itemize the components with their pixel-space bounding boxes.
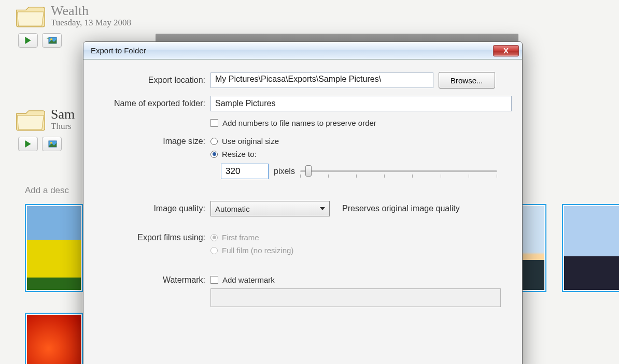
add-numbers-checkbox[interactable] xyxy=(210,119,218,127)
folder-title: Wealth xyxy=(51,4,131,18)
folder-header-sample: Sam Thurs xyxy=(16,104,75,151)
image-quality-select[interactable]: Automatic xyxy=(210,201,330,216)
export-location-label: Export location: xyxy=(94,76,205,85)
chevron-down-icon xyxy=(320,207,325,210)
image-size-label: Image size: xyxy=(94,137,205,146)
resize-slider[interactable] xyxy=(300,165,497,178)
description-placeholder[interactable]: Add a desc xyxy=(25,185,69,196)
svg-text:+: + xyxy=(47,37,49,41)
thumbnail[interactable] xyxy=(562,204,619,292)
close-button[interactable]: X xyxy=(493,45,519,56)
close-icon: X xyxy=(503,46,509,55)
thumbnail[interactable] xyxy=(25,313,83,364)
thumbnail-row xyxy=(25,204,83,292)
add-watermark-label: Add watermark xyxy=(222,275,275,284)
folder-name-label: Name of exported folder: xyxy=(94,99,205,108)
play-button[interactable] xyxy=(18,137,38,151)
export-films-label: Export films using: xyxy=(94,233,205,242)
first-frame-label: First frame xyxy=(222,233,259,242)
thumbnail-row xyxy=(25,313,83,364)
thumbnail[interactable] xyxy=(25,204,83,292)
folder-date: Thurs xyxy=(51,121,75,132)
dialog-titlebar[interactable]: Export to Folder X xyxy=(83,42,522,60)
folder-name-input[interactable] xyxy=(210,96,512,111)
use-original-label: Use original size xyxy=(222,137,279,145)
svg-point-4 xyxy=(50,142,52,144)
full-film-radio xyxy=(210,247,218,254)
add-photo-button[interactable] xyxy=(42,137,62,151)
quality-note: Preserves original image quality xyxy=(342,204,460,213)
resize-to-label: Resize to: xyxy=(222,150,257,158)
folder-icon xyxy=(16,108,46,133)
add-photo-button[interactable]: + xyxy=(42,33,62,48)
export-location-field[interactable]: My Pictures\Picasa\Exports\Sample Pictur… xyxy=(210,72,433,88)
add-watermark-checkbox[interactable] xyxy=(210,276,218,284)
folder-icon xyxy=(16,4,46,29)
full-film-label: Full film (no resizing) xyxy=(222,246,293,255)
use-original-radio[interactable] xyxy=(210,138,218,145)
watermark-label: Watermark: xyxy=(94,275,205,285)
first-frame-radio xyxy=(210,234,218,241)
play-button[interactable] xyxy=(18,33,38,48)
image-quality-label: Image quality: xyxy=(94,204,205,213)
resize-to-radio[interactable] xyxy=(210,151,218,158)
add-numbers-label: Add numbers to file names to preserve or… xyxy=(222,119,376,127)
folder-title: Sam xyxy=(51,108,75,121)
image-quality-value: Automatic xyxy=(215,205,250,213)
folder-header-wealth: Wealth Tuesday, 13 May 2008 xyxy=(16,0,619,29)
watermark-text-input xyxy=(210,288,501,307)
dialog-title: Export to Folder xyxy=(91,46,146,55)
pixels-label: pixels xyxy=(274,167,295,176)
browse-button[interactable]: Browse... xyxy=(439,72,495,89)
export-dialog: Export to Folder X Export location: My P… xyxy=(83,41,523,364)
folder-date: Tuesday, 13 May 2008 xyxy=(51,18,131,28)
resize-pixels-input[interactable] xyxy=(221,164,269,179)
